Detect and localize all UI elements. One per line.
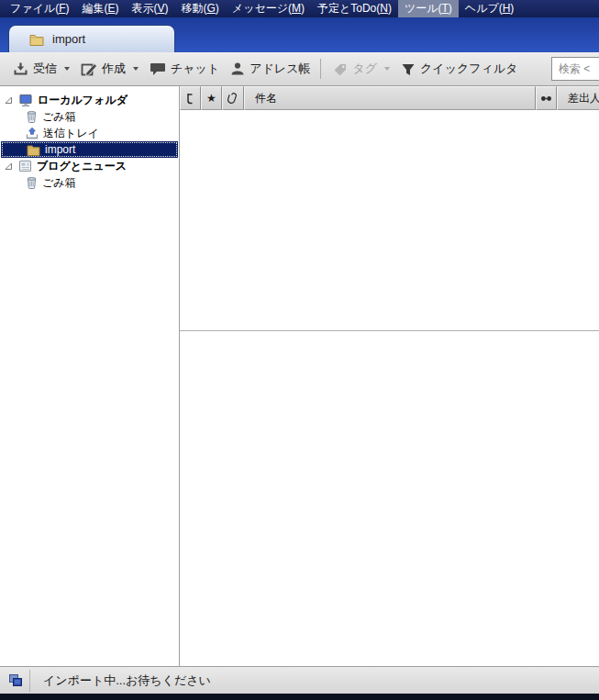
address-book-button[interactable]: アドレス帳 [225,57,316,81]
tag-icon [333,62,348,76]
column-header-thread[interactable] [180,86,201,110]
menu-tools[interactable]: ツール(T) [398,0,459,18]
tag-button[interactable]: タグ [327,57,395,81]
status-message: インポート中...お待ちください [30,672,211,689]
menu-edit-label-end: ) [115,2,118,15]
folder-row-import[interactable]: import [1,141,178,158]
mail-toolbar: 受信 作成 チャット アドレス帳 タグ [0,52,599,86]
twisty-expanded-icon[interactable] [5,162,14,171]
folder-row-local-folders[interactable]: ローカルフォルダ [0,92,179,108]
compose-icon [81,61,97,76]
compose-label: 作成 [102,61,126,77]
folder-label: ごみ箱 [42,109,76,125]
tab-import[interactable]: import [8,25,175,52]
tab-label: import [52,32,85,46]
folder-row-blogs-news[interactable]: ブログとニュース [0,158,179,174]
thread-icon [185,93,195,105]
message-preview-pane [180,331,599,666]
menu-help[interactable]: ヘルプ(H) [459,0,521,18]
menu-tools-label-end: ) [449,2,452,15]
menu-help-label: ヘルプ( [465,2,503,15]
menu-go-label: 移動( [182,2,207,15]
chevron-down-icon[interactable] [64,67,70,71]
menu-go[interactable]: 移動(G) [175,0,226,18]
folder-label: 送信トレイ [43,126,99,141]
monitor-icon [18,94,33,107]
thread-pane-empty [180,110,599,331]
menu-file-label-end: ) [65,2,69,15]
tab-strip: import [0,17,599,52]
menu-go-accel: G [207,2,216,15]
quick-filter-button[interactable]: クイックフィルタ [395,57,523,81]
menu-file-label: ファイル( [10,2,59,15]
menu-message[interactable]: メッセージ(M) [226,0,311,18]
menu-bar: ファイル(F) 編集(E) 表示(V) 移動(G) メッセージ(M) 予定とTo… [0,0,599,17]
chevron-down-icon [384,67,390,71]
unread-icon [540,95,552,102]
menu-message-label-end: ) [301,2,305,15]
menu-events-todo-label-end: ) [388,2,392,15]
menu-message-accel: M [292,2,301,15]
menu-edit[interactable]: 編集(E) [75,0,125,18]
folder-icon [27,144,40,156]
chat-label: チャット [171,61,219,77]
menu-events-todo-label: 予定とToDo( [317,2,380,15]
menu-events-todo-accel: N [380,2,388,15]
folder-pane: ローカルフォルダ ごみ箱 送信トレイ import [0,86,180,666]
menu-help-label-end: ) [510,2,514,15]
paperclip-icon [227,92,238,105]
menu-events-todo[interactable]: 予定とToDo(N) [311,0,398,18]
folder-icon [29,33,44,46]
folder-row-trash[interactable]: ごみ箱 [0,108,179,125]
network-status-indicator[interactable] [2,670,30,692]
column-header-from[interactable]: 差出人 [557,86,599,110]
menu-message-label: メッセージ( [232,2,292,15]
folder-row-trash[interactable]: ごみ箱 [0,174,179,191]
thunderbird-window: ファイル(F) 編集(E) 表示(V) 移動(G) メッセージ(M) 予定とTo… [0,0,599,700]
menu-tools-accel: T [442,2,449,15]
folder-label: ごみ箱 [42,175,76,191]
menu-view-label-end: ) [165,2,169,15]
menu-view[interactable]: 表示(V) [125,0,174,18]
status-bar: インポート中...お待ちください [0,666,599,694]
chat-button[interactable]: チャット [144,57,225,81]
window-bottom-border [0,694,599,700]
menu-edit-label: 編集( [82,2,107,15]
from-column-label: 差出人 [568,91,599,106]
main-content: ローカルフォルダ ごみ箱 送信トレイ import [0,86,599,666]
menu-view-label: 表示( [131,2,157,15]
chevron-down-icon[interactable] [133,67,139,71]
toolbar-separator [320,59,321,79]
trash-icon [26,110,38,123]
message-list-pane: ★ 件名 差出人 [180,86,599,666]
column-header-attachment[interactable] [222,86,244,110]
column-header-unread[interactable] [536,86,557,110]
get-messages-label: 受信 [33,61,57,77]
trash-icon [26,176,38,189]
column-header-starred[interactable]: ★ [201,86,222,110]
thread-column-headers: ★ 件名 差出人 [180,86,599,110]
folder-label: ブログとニュース [37,159,127,174]
menu-view-accel: V [157,2,164,15]
search-input[interactable] [551,57,599,81]
person-icon [230,61,245,76]
star-icon: ★ [206,92,216,105]
twisty-expanded-icon[interactable] [5,96,14,105]
get-messages-button[interactable]: 受信 [7,57,75,81]
menu-file[interactable]: ファイル(F) [4,0,75,18]
chat-bubble-icon [150,61,166,76]
subject-column-label: 件名 [255,91,277,106]
column-header-subject[interactable]: 件名 [244,86,536,110]
menu-go-label-end: ) [216,2,219,15]
outbox-icon [26,127,39,139]
folder-label: ローカルフォルダ [38,93,128,108]
funnel-icon [401,62,416,76]
feed-icon [18,160,32,172]
folder-row-outbox[interactable]: 送信トレイ [0,125,179,141]
compose-button[interactable]: 作成 [75,57,144,81]
menu-tools-label: ツール( [405,2,442,15]
online-status-icon [8,673,23,687]
tag-label: タグ [352,61,377,77]
download-icon [13,61,28,76]
folder-label: import [45,143,75,156]
